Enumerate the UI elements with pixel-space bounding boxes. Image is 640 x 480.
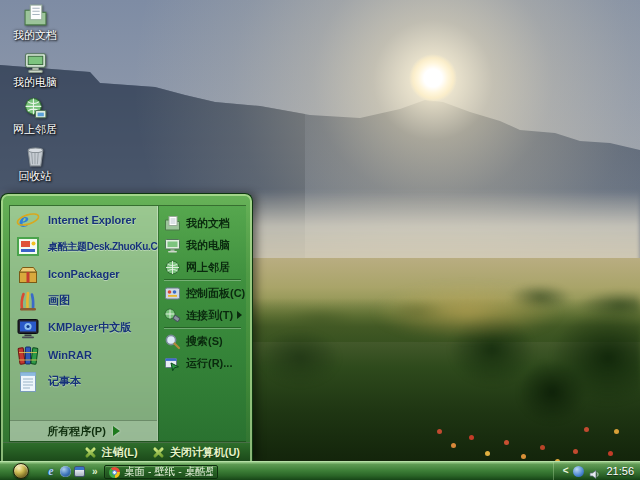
start-menu-footer: 注销(L) 关闭计算机(U) xyxy=(3,442,250,461)
start-menu-programs-panel: e Internet Explorer xyxy=(10,206,158,441)
search-icon xyxy=(164,333,181,350)
desktop-icon-label: 我的文档 xyxy=(13,29,57,41)
menu-item-label: 记事本 xyxy=(48,374,81,389)
my-documents-icon xyxy=(23,3,48,28)
menu-item-zhuoku-theme[interactable]: 桌酷主题Desk.ZhuoKu.Com xyxy=(10,233,157,260)
menu-item-label: 我的文档 xyxy=(186,216,230,231)
notepad-icon xyxy=(16,370,40,394)
menu-item-notepad[interactable]: 记事本 xyxy=(10,368,157,395)
menu-item-network-places[interactable]: 网上邻居 xyxy=(159,256,246,278)
window-button-label: 桌面 - 壁纸 - 桌酷壁... xyxy=(124,465,213,479)
system-tray: < 21:56 xyxy=(553,462,640,480)
desktop-icon-network-places[interactable]: 网上邻居 xyxy=(2,97,68,144)
taskbar: e » 桌面 - 壁纸 - 桌酷壁... < 21:56 xyxy=(0,461,640,480)
menu-item-label: IconPackager xyxy=(48,268,120,280)
taskbar-window-button[interactable]: 桌面 - 壁纸 - 桌酷壁... xyxy=(104,465,218,479)
run-icon xyxy=(164,355,181,372)
menu-divider xyxy=(164,327,241,329)
desktop-icon-label: 回收站 xyxy=(19,170,52,182)
menu-item-internet-explorer[interactable]: e Internet Explorer xyxy=(10,206,157,233)
menu-item-my-computer[interactable]: 我的电脑 xyxy=(159,234,246,256)
menu-item-label: 控制面板(C) xyxy=(186,286,245,301)
start-menu-panels: e Internet Explorer xyxy=(9,205,246,442)
menu-item-iconpackager[interactable]: IconPackager xyxy=(10,260,157,287)
menu-item-label: 搜索(S) xyxy=(186,334,223,349)
quick-launch-media-player-icon[interactable] xyxy=(74,466,85,477)
tray-network-icon[interactable] xyxy=(573,466,584,477)
log-off-label: 注销(L) xyxy=(102,445,138,460)
my-computer-icon xyxy=(164,237,181,254)
desktop-icon-label: 我的电脑 xyxy=(13,76,57,88)
internet-explorer-icon: e xyxy=(16,208,40,232)
recycle-bin-icon xyxy=(23,144,48,169)
connect-to-icon xyxy=(164,307,181,324)
menu-item-label: 我的电脑 xyxy=(186,238,230,253)
menu-item-label: 网上邻居 xyxy=(186,260,230,275)
start-button[interactable] xyxy=(13,463,29,479)
quick-launch: e xyxy=(45,465,85,477)
menu-item-label: 桌酷主题Desk.ZhuoKu.Com xyxy=(48,240,172,254)
menu-item-connect-to[interactable]: 连接到(T) xyxy=(159,304,246,326)
my-computer-icon xyxy=(23,50,48,75)
start-menu: e Internet Explorer xyxy=(0,193,253,461)
shut-down-button[interactable]: 关闭计算机(U) xyxy=(152,445,240,460)
menu-item-label: 连接到(T) xyxy=(186,308,233,323)
tray-collapse-chevron[interactable]: < xyxy=(563,466,569,476)
menu-item-label: KMPlayer中文版 xyxy=(48,320,131,335)
desktop-icons: 我的文档 我的电脑 网上邻居 xyxy=(2,3,68,191)
quick-launch-browser-globe-icon[interactable] xyxy=(60,466,71,477)
network-places-icon xyxy=(164,259,181,276)
menu-divider xyxy=(164,279,241,281)
winrar-icon xyxy=(16,343,40,367)
shut-down-label: 关闭计算机(U) xyxy=(170,445,240,460)
all-programs-arrow-icon xyxy=(113,426,120,436)
menu-item-search[interactable]: 搜索(S) xyxy=(159,330,246,352)
svg-text:e: e xyxy=(19,208,29,232)
sun xyxy=(409,54,457,102)
menu-item-label: 画图 xyxy=(48,293,70,308)
menu-item-winrar[interactable]: WinRAR xyxy=(10,341,157,368)
menu-item-my-documents[interactable]: 我的文档 xyxy=(159,212,246,234)
all-programs-button[interactable]: 所有程序(P) xyxy=(10,420,157,441)
iconpackager-icon xyxy=(16,262,40,286)
control-panel-icon xyxy=(164,285,181,302)
log-off-icon xyxy=(84,446,97,459)
network-places-icon xyxy=(23,97,48,122)
desktop-icon-my-documents[interactable]: 我的文档 xyxy=(2,3,68,50)
taskbar-clock[interactable]: 21:56 xyxy=(606,465,634,477)
kmplayer-icon xyxy=(16,316,40,340)
start-menu-places-panel: 我的文档 我的电脑 xyxy=(158,206,246,441)
desktop-screen: 我的文档 我的电脑 网上邻居 xyxy=(0,0,640,480)
window-button-icon xyxy=(109,467,120,478)
menu-item-label: WinRAR xyxy=(48,349,92,361)
menu-item-run[interactable]: 运行(R)... xyxy=(159,352,246,374)
menu-item-label: Internet Explorer xyxy=(48,214,136,226)
desktop-icon-recycle-bin[interactable]: 回收站 xyxy=(2,144,68,191)
desktop-icon-my-computer[interactable]: 我的电脑 xyxy=(2,50,68,97)
tray-volume-icon[interactable] xyxy=(589,466,600,477)
shut-down-icon xyxy=(152,446,165,459)
menu-item-paint[interactable]: 画图 xyxy=(10,287,157,314)
menu-item-control-panel[interactable]: 控制面板(C) xyxy=(159,282,246,304)
submenu-arrow-icon xyxy=(237,311,242,319)
menu-item-kmplayer[interactable]: KMPlayer中文版 xyxy=(10,314,157,341)
paint-icon xyxy=(16,289,40,313)
all-programs-label: 所有程序(P) xyxy=(47,424,106,439)
menu-item-label: 运行(R)... xyxy=(186,356,232,371)
desktop-icon-label: 网上邻居 xyxy=(13,123,57,135)
quick-launch-overflow-chevron[interactable]: » xyxy=(92,466,98,477)
log-off-button[interactable]: 注销(L) xyxy=(84,445,138,460)
my-documents-icon xyxy=(164,215,181,232)
wallpaper-light-patch xyxy=(372,284,562,340)
quick-launch-internet-explorer-icon[interactable]: e xyxy=(45,465,57,477)
zhuoku-theme-icon xyxy=(16,235,40,259)
